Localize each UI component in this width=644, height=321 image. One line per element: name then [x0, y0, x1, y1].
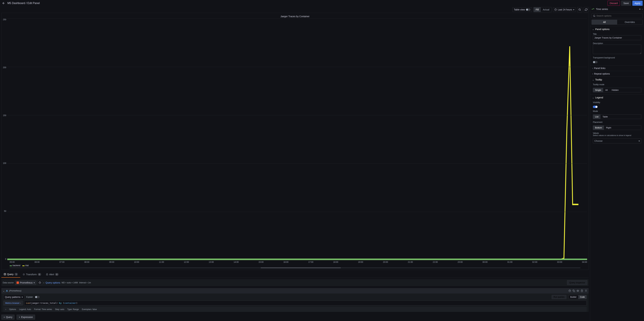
tab-alert[interactable]: Alert 0 — [44, 271, 61, 278]
query-expression-input[interactable]: sum(jaeger:traces_total) by (container) — [24, 300, 586, 306]
values-label: Values — [593, 132, 641, 134]
repeat-options-section[interactable]: ›Repeat options — [590, 71, 644, 76]
chart-y-axis: 250 200 150 100 50 0 — [3, 18, 7, 260]
collapse-query-icon[interactable]: ⌄ — [3, 290, 5, 292]
step-option: Step: auto — [55, 308, 64, 310]
svg-rect-5 — [574, 290, 575, 292]
discard-button[interactable]: Discard — [608, 1, 620, 6]
svg-point-2 — [4, 273, 6, 274]
svg-point-7 — [593, 15, 595, 16]
transparent-bg-toggle[interactable] — [593, 61, 598, 63]
placement-label: Placement — [593, 121, 641, 123]
chart-x-axis: 05:0006:0007:0008:0009:0010:0011:0012:00… — [3, 260, 587, 263]
legend-placement-group[interactable]: Bottom Right — [593, 126, 641, 130]
chevron-right-icon[interactable]: › — [642, 8, 643, 10]
table-view-switch[interactable] — [526, 8, 530, 11]
overrides-tab[interactable]: Overrides — [617, 20, 643, 24]
options-expand-icon[interactable]: › — [6, 308, 6, 310]
breadcrumb: M5 Dashboard / Edit Panel — [8, 2, 40, 5]
search-options-wrap[interactable] — [592, 13, 643, 18]
duplicate-query-icon[interactable] — [572, 290, 575, 292]
bell-icon — [46, 273, 48, 276]
refresh-button[interactable] — [584, 7, 589, 12]
search-options-input[interactable] — [596, 14, 641, 17]
fill-actual-segment[interactable]: Fill Actual — [534, 7, 552, 12]
apply-button[interactable]: Apply — [632, 1, 643, 6]
delete-query-icon[interactable] — [580, 290, 583, 292]
code-option[interactable]: Code — [578, 295, 586, 299]
legend-table[interactable]: Table — [600, 114, 610, 119]
explain-toggle[interactable] — [35, 296, 40, 298]
table-view-label: Table view — [514, 8, 525, 11]
add-expression-button[interactable]: + Expression — [16, 314, 35, 320]
legend-swatch-trial — [22, 266, 25, 266]
save-button[interactable]: Save — [621, 1, 631, 6]
tooltip-section[interactable]: ⌄Tooltip — [590, 76, 644, 83]
title-label: Title — [593, 33, 641, 35]
drag-handle-icon[interactable]: ⠿ — [584, 290, 587, 292]
prometheus-icon — [16, 282, 19, 284]
builder-option[interactable]: Builder — [568, 295, 578, 299]
toggle-visibility-icon[interactable] — [576, 290, 579, 292]
panel-options-section[interactable]: ⌄Panel options — [590, 26, 644, 32]
back-button[interactable] — [1, 1, 6, 6]
interval-text: Interval = 1m — [79, 282, 91, 284]
query-patterns-button[interactable]: Query patterns▾ — [4, 295, 24, 299]
legend-mode-group[interactable]: List Table — [593, 114, 641, 119]
datasource-help-button[interactable] — [38, 280, 42, 285]
legend-values-select[interactable]: Choose▾ — [593, 138, 641, 144]
all-tab[interactable]: All — [592, 20, 617, 24]
chevron-down-icon: ▾ — [573, 8, 574, 11]
tooltip-hidden[interactable]: Hidden — [610, 88, 621, 92]
datasource-select[interactable]: Prometheus ▾ — [15, 280, 36, 285]
alert-count-badge: 0 — [55, 273, 58, 276]
tab-query[interactable]: Query 1 — [1, 271, 20, 278]
builder-code-segment[interactable]: Builder Code — [568, 295, 586, 299]
panel-links-section[interactable]: ›Panel links — [590, 65, 644, 71]
query-count-badge: 1 — [14, 273, 18, 276]
panel-visualization: Jaeger Traces by Container 250 200 150 1… — [1, 13, 589, 270]
transform-icon — [22, 273, 25, 276]
zoom-out-button[interactable] — [577, 7, 582, 12]
chevron-right-icon[interactable]: › — [43, 281, 44, 284]
time-range-picker[interactable]: Last 24 hours ▾ — [553, 8, 576, 12]
legend-list[interactable]: List — [593, 114, 600, 119]
actual-option[interactable]: Actual — [541, 7, 551, 12]
panel-title-input[interactable] — [593, 35, 641, 40]
tooltip-single[interactable]: Single — [593, 88, 603, 92]
metrics-browser-button[interactable]: Metrics browser› — [4, 300, 23, 306]
clock-icon — [554, 8, 557, 11]
fill-option[interactable]: Fill — [534, 7, 541, 12]
tooltip-all[interactable]: All — [603, 88, 610, 92]
query-options-link[interactable]: Query options — [46, 281, 60, 284]
panel-description-input[interactable] — [593, 44, 641, 54]
exemplars-option: Exemplars: false — [82, 308, 97, 310]
run-queries-button[interactable]: Run queries — [552, 295, 566, 299]
svg-point-6 — [578, 290, 578, 291]
chart-plot-area[interactable] — [7, 18, 587, 260]
chevron-down-icon: ▾ — [34, 281, 35, 284]
md-text: MD = auto = 1488 — [62, 282, 78, 284]
placement-right[interactable]: Right — [604, 126, 613, 130]
transparent-bg-label: Transparent background — [593, 56, 615, 59]
query-inspector-button[interactable]: Query inspector — [567, 280, 587, 285]
options-label[interactable]: Options — [9, 308, 16, 310]
tooltip-mode-group[interactable]: Single All Hidden — [593, 88, 641, 92]
add-query-button[interactable]: + Query — [1, 314, 14, 320]
visualization-picker[interactable]: Time series ▾ › — [590, 6, 644, 12]
explain-label: Explain — [26, 296, 33, 298]
table-view-toggle[interactable]: Table view — [512, 8, 532, 12]
panel-title: Jaeger Traces by Container — [3, 14, 587, 18]
scrub-bar[interactable] — [10, 267, 580, 268]
query-help-icon[interactable] — [568, 290, 571, 292]
tab-transform[interactable]: Transform 0 — [20, 271, 43, 278]
values-help: Select values or calculations to show in… — [593, 134, 641, 136]
plus-icon: + — [4, 316, 5, 318]
legend-swatch-backend — [10, 266, 12, 266]
legend-visibility-toggle[interactable] — [593, 106, 598, 108]
timeseries-icon — [592, 8, 594, 10]
type-option: Type: Range — [67, 308, 79, 310]
tooltip-mode-label: Tooltip mode — [593, 83, 641, 86]
legend-section[interactable]: ⌄Legend — [590, 94, 644, 100]
placement-bottom[interactable]: Bottom — [593, 126, 604, 130]
